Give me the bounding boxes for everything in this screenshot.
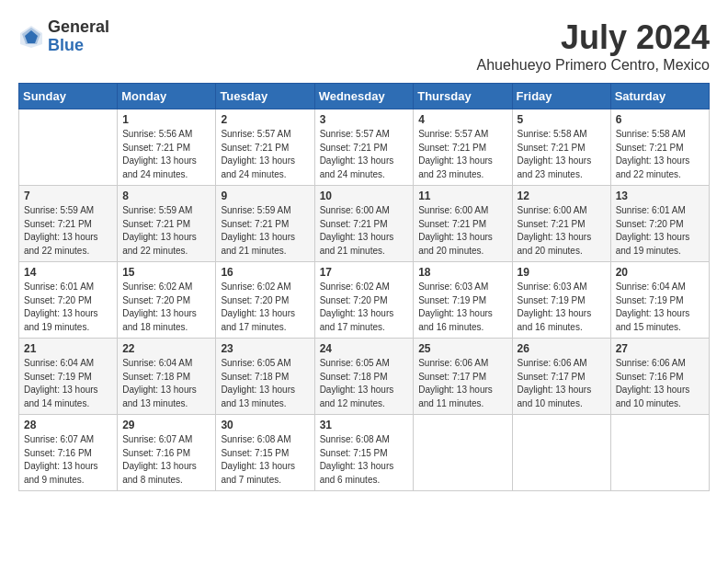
day-info: Sunrise: 6:06 AM Sunset: 7:17 PM Dayligh… bbox=[518, 357, 606, 410]
day-info: Sunrise: 6:00 AM Sunset: 7:21 PM Dayligh… bbox=[518, 204, 606, 258]
day-number: 30 bbox=[221, 419, 309, 431]
calendar-cell: 10Sunrise: 6:00 AM Sunset: 7:21 PM Dayli… bbox=[314, 186, 414, 262]
calendar-cell: 27Sunrise: 6:06 AM Sunset: 7:16 PM Dayli… bbox=[610, 339, 709, 415]
day-info: Sunrise: 6:02 AM Sunset: 7:20 PM Dayligh… bbox=[122, 281, 210, 334]
calendar-cell: 2Sunrise: 5:57 AM Sunset: 7:21 PM Daylig… bbox=[216, 109, 314, 186]
day-number: 28 bbox=[24, 419, 112, 431]
day-number: 31 bbox=[320, 419, 409, 431]
day-info: Sunrise: 6:07 AM Sunset: 7:16 PM Dayligh… bbox=[122, 433, 210, 487]
header: General Blue July 2024 Ahuehueyo Primero… bbox=[18, 18, 710, 74]
day-number: 16 bbox=[221, 266, 309, 279]
day-number: 22 bbox=[122, 342, 210, 355]
day-info: Sunrise: 5:56 AM Sunset: 7:21 PM Dayligh… bbox=[122, 128, 210, 181]
calendar-cell: 18Sunrise: 6:03 AM Sunset: 7:19 PM Dayli… bbox=[414, 262, 512, 339]
weekday-header-row: SundayMondayTuesdayWednesdayThursdayFrid… bbox=[19, 84, 710, 109]
day-info: Sunrise: 5:57 AM Sunset: 7:21 PM Dayligh… bbox=[221, 128, 309, 181]
calendar-cell: 13Sunrise: 6:01 AM Sunset: 7:20 PM Dayli… bbox=[610, 186, 709, 262]
week-row-5: 28Sunrise: 6:07 AM Sunset: 7:16 PM Dayli… bbox=[19, 415, 710, 491]
day-number: 19 bbox=[518, 266, 606, 279]
calendar-cell: 11Sunrise: 6:00 AM Sunset: 7:21 PM Dayli… bbox=[414, 186, 512, 262]
day-info: Sunrise: 5:58 AM Sunset: 7:21 PM Dayligh… bbox=[616, 128, 704, 181]
weekday-header-tuesday: Tuesday bbox=[216, 84, 314, 109]
calendar-table: SundayMondayTuesdayWednesdayThursdayFrid… bbox=[18, 83, 710, 491]
calendar-cell: 20Sunrise: 6:04 AM Sunset: 7:19 PM Dayli… bbox=[610, 262, 709, 339]
day-info: Sunrise: 6:03 AM Sunset: 7:19 PM Dayligh… bbox=[518, 281, 606, 334]
day-number: 11 bbox=[418, 190, 506, 202]
calendar-cell: 30Sunrise: 6:08 AM Sunset: 7:15 PM Dayli… bbox=[216, 415, 314, 491]
calendar-cell: 12Sunrise: 6:00 AM Sunset: 7:21 PM Dayli… bbox=[512, 186, 610, 262]
calendar-cell bbox=[512, 415, 610, 491]
calendar-cell: 5Sunrise: 5:58 AM Sunset: 7:21 PM Daylig… bbox=[512, 109, 610, 186]
day-number: 12 bbox=[518, 190, 606, 202]
day-info: Sunrise: 6:04 AM Sunset: 7:19 PM Dayligh… bbox=[24, 357, 112, 410]
logo: General Blue bbox=[18, 18, 109, 55]
day-number: 14 bbox=[24, 266, 112, 279]
day-number: 24 bbox=[320, 342, 409, 355]
day-info: Sunrise: 6:05 AM Sunset: 7:18 PM Dayligh… bbox=[320, 357, 409, 410]
title-area: July 2024 Ahuehueyo Primero Centro, Mexi… bbox=[477, 18, 710, 74]
day-number: 26 bbox=[518, 342, 606, 355]
day-number: 4 bbox=[418, 113, 506, 126]
day-number: 20 bbox=[616, 266, 704, 279]
day-number: 3 bbox=[320, 113, 409, 126]
calendar-cell: 8Sunrise: 5:59 AM Sunset: 7:21 PM Daylig… bbox=[118, 186, 216, 262]
month-title: July 2024 bbox=[477, 18, 710, 57]
day-info: Sunrise: 6:06 AM Sunset: 7:17 PM Dayligh… bbox=[418, 357, 506, 410]
calendar-cell: 1Sunrise: 5:56 AM Sunset: 7:21 PM Daylig… bbox=[118, 109, 216, 186]
day-info: Sunrise: 6:03 AM Sunset: 7:19 PM Dayligh… bbox=[418, 281, 506, 334]
day-info: Sunrise: 6:08 AM Sunset: 7:15 PM Dayligh… bbox=[221, 433, 309, 487]
day-number: 9 bbox=[221, 190, 309, 202]
day-number: 29 bbox=[122, 419, 210, 431]
weekday-header-saturday: Saturday bbox=[610, 84, 709, 109]
calendar-cell: 29Sunrise: 6:07 AM Sunset: 7:16 PM Dayli… bbox=[118, 415, 216, 491]
day-number: 10 bbox=[320, 190, 409, 202]
day-info: Sunrise: 5:59 AM Sunset: 7:21 PM Dayligh… bbox=[221, 204, 309, 258]
day-number: 7 bbox=[24, 190, 112, 202]
calendar-cell: 3Sunrise: 5:57 AM Sunset: 7:21 PM Daylig… bbox=[314, 109, 414, 186]
day-number: 2 bbox=[221, 113, 309, 126]
calendar-cell bbox=[610, 415, 709, 491]
day-info: Sunrise: 5:57 AM Sunset: 7:21 PM Dayligh… bbox=[320, 128, 409, 181]
day-info: Sunrise: 5:59 AM Sunset: 7:21 PM Dayligh… bbox=[24, 204, 112, 258]
calendar-cell: 24Sunrise: 6:05 AM Sunset: 7:18 PM Dayli… bbox=[314, 339, 414, 415]
calendar-cell: 28Sunrise: 6:07 AM Sunset: 7:16 PM Dayli… bbox=[19, 415, 118, 491]
day-info: Sunrise: 6:01 AM Sunset: 7:20 PM Dayligh… bbox=[24, 281, 112, 334]
day-number: 15 bbox=[122, 266, 210, 279]
calendar-cell: 31Sunrise: 6:08 AM Sunset: 7:15 PM Dayli… bbox=[314, 415, 414, 491]
week-row-3: 14Sunrise: 6:01 AM Sunset: 7:20 PM Dayli… bbox=[19, 262, 710, 339]
calendar-cell: 14Sunrise: 6:01 AM Sunset: 7:20 PM Dayli… bbox=[19, 262, 118, 339]
weekday-header-sunday: Sunday bbox=[19, 84, 118, 109]
weekday-header-friday: Friday bbox=[512, 84, 610, 109]
calendar-cell: 25Sunrise: 6:06 AM Sunset: 7:17 PM Dayli… bbox=[414, 339, 512, 415]
day-info: Sunrise: 6:01 AM Sunset: 7:20 PM Dayligh… bbox=[616, 204, 704, 258]
calendar-cell: 4Sunrise: 5:57 AM Sunset: 7:21 PM Daylig… bbox=[414, 109, 512, 186]
day-info: Sunrise: 6:07 AM Sunset: 7:16 PM Dayligh… bbox=[24, 433, 112, 487]
weekday-header-thursday: Thursday bbox=[414, 84, 512, 109]
day-info: Sunrise: 6:00 AM Sunset: 7:21 PM Dayligh… bbox=[320, 204, 409, 258]
logo-icon bbox=[18, 24, 44, 50]
day-info: Sunrise: 6:00 AM Sunset: 7:21 PM Dayligh… bbox=[418, 204, 506, 258]
day-number: 8 bbox=[122, 190, 210, 202]
day-number: 25 bbox=[418, 342, 506, 355]
calendar-cell: 6Sunrise: 5:58 AM Sunset: 7:21 PM Daylig… bbox=[610, 109, 709, 186]
day-number: 1 bbox=[122, 113, 210, 126]
day-info: Sunrise: 6:04 AM Sunset: 7:18 PM Dayligh… bbox=[122, 357, 210, 410]
calendar-cell: 21Sunrise: 6:04 AM Sunset: 7:19 PM Dayli… bbox=[19, 339, 118, 415]
logo-general-text: General bbox=[48, 18, 109, 37]
calendar-cell: 19Sunrise: 6:03 AM Sunset: 7:19 PM Dayli… bbox=[512, 262, 610, 339]
calendar-cell: 26Sunrise: 6:06 AM Sunset: 7:17 PM Dayli… bbox=[512, 339, 610, 415]
day-info: Sunrise: 6:06 AM Sunset: 7:16 PM Dayligh… bbox=[616, 357, 704, 410]
day-info: Sunrise: 5:58 AM Sunset: 7:21 PM Dayligh… bbox=[518, 128, 606, 181]
day-info: Sunrise: 5:59 AM Sunset: 7:21 PM Dayligh… bbox=[122, 204, 210, 258]
day-info: Sunrise: 5:57 AM Sunset: 7:21 PM Dayligh… bbox=[418, 128, 506, 181]
calendar-cell: 16Sunrise: 6:02 AM Sunset: 7:20 PM Dayli… bbox=[216, 262, 314, 339]
day-info: Sunrise: 6:02 AM Sunset: 7:20 PM Dayligh… bbox=[221, 281, 309, 334]
day-number: 23 bbox=[221, 342, 309, 355]
calendar-cell: 22Sunrise: 6:04 AM Sunset: 7:18 PM Dayli… bbox=[118, 339, 216, 415]
day-info: Sunrise: 6:08 AM Sunset: 7:15 PM Dayligh… bbox=[320, 433, 409, 487]
logo-blue-text: Blue bbox=[48, 37, 109, 55]
week-row-1: 1Sunrise: 5:56 AM Sunset: 7:21 PM Daylig… bbox=[19, 109, 710, 186]
day-number: 18 bbox=[418, 266, 506, 279]
day-info: Sunrise: 6:05 AM Sunset: 7:18 PM Dayligh… bbox=[221, 357, 309, 410]
calendar-cell: 15Sunrise: 6:02 AM Sunset: 7:20 PM Dayli… bbox=[118, 262, 216, 339]
